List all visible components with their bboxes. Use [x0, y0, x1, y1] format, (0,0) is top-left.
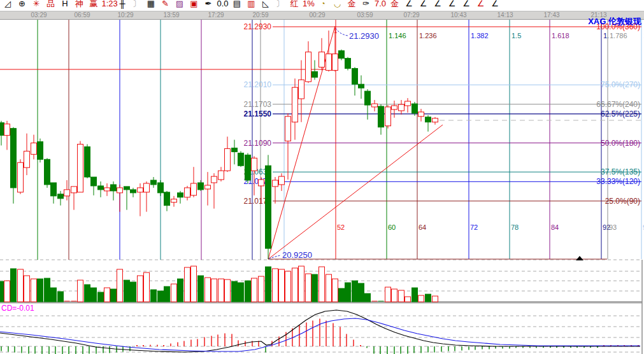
- chart-label: 1.5: [512, 32, 521, 39]
- candle-body: [339, 51, 345, 59]
- time-label: 10:29: [117, 11, 133, 18]
- candle-body: [385, 107, 391, 126]
- candle-body: [412, 104, 418, 113]
- toolbar-icon[interactable]: ◺: [259, 0, 272, 11]
- volume-bar: [85, 285, 90, 302]
- volume-bar: [38, 279, 43, 302]
- volume-bar: [419, 295, 424, 302]
- candle-body: [218, 171, 224, 180]
- toolbar-icon[interactable]: ◿: [1, 0, 14, 11]
- toolbar-icon[interactable]: 0.0: [217, 0, 229, 11]
- chart-label: 84: [551, 223, 559, 231]
- candle-body: [225, 148, 231, 171]
- toolbar-icon[interactable]: 7.0: [374, 0, 387, 11]
- toolbar-icon[interactable]: ▤: [231, 0, 243, 11]
- toolbar-icon[interactable]: ∠: [475, 0, 487, 11]
- candle-body: [392, 106, 397, 110]
- chart-label: 21.1090: [244, 139, 272, 148]
- triangle-marker: [576, 256, 583, 260]
- time-label: 17:29: [208, 11, 224, 18]
- toolbar-icon[interactable]: ∠: [431, 0, 444, 11]
- chart-label: 21.2010: [244, 80, 272, 89]
- trend-line: [268, 125, 443, 259]
- volume-bar: [333, 279, 338, 302]
- chart-label: 66.67%(240): [596, 100, 640, 109]
- candle-body: [171, 199, 177, 202]
- toolbar-icon[interactable]: ✑: [360, 0, 373, 11]
- candle-body: [292, 87, 298, 122]
- chart-label: 33.33%(120): [596, 177, 640, 186]
- candle-body: [4, 124, 10, 136]
- volume-bar: [392, 289, 397, 302]
- candle-body: [131, 190, 136, 193]
- volume-bar: [151, 290, 157, 302]
- toolbar-icon[interactable]: ∠: [446, 0, 459, 11]
- volume-bar: [18, 269, 24, 302]
- candle-body: [285, 117, 291, 141]
- toolbar-icon[interactable]: 红: [288, 0, 301, 11]
- toolbar-icon[interactable]: ◡: [331, 0, 344, 11]
- candle-body: [205, 185, 211, 189]
- candle-body: [111, 185, 117, 191]
- toolbar-icon[interactable]: ✎: [159, 0, 172, 11]
- volume-bar: [426, 294, 431, 302]
- volume-bar: [11, 269, 17, 302]
- candle-body: [238, 153, 244, 166]
- candle-body: [245, 155, 251, 180]
- candlestick-chart-canvas[interactable]: 52601.146641.236721.382781.5841.618921.9…: [0, 0, 644, 354]
- volume-bar: [345, 283, 351, 302]
- volume-bar: [111, 289, 117, 302]
- toolbar-icon[interactable]: 〕: [274, 0, 287, 11]
- candle-body: [38, 142, 43, 160]
- candle-body: [419, 112, 424, 117]
- candle-body: [326, 54, 332, 71]
- toolbar-icon[interactable]: ▦: [145, 0, 157, 11]
- toolbar-icon[interactable]: ✳: [30, 0, 43, 11]
- toolbar-icon[interactable]: 金: [389, 0, 401, 11]
- volume-bar: [0, 281, 4, 302]
- volume-bar: [91, 288, 97, 302]
- candle-body: [399, 104, 404, 111]
- toolbar-icon[interactable]: ⊕: [16, 0, 29, 11]
- volume-bar: [399, 290, 404, 302]
- chart-label: 25.0%(90): [605, 197, 640, 206]
- time-label: 17:43: [543, 11, 559, 18]
- toolbar-icon[interactable]: 金: [345, 0, 358, 11]
- toolbar-icon[interactable]: ◔: [317, 0, 329, 11]
- volume-bar: [299, 266, 304, 302]
- toolbar-icon[interactable]: ∠: [417, 0, 430, 11]
- toolbar-icon[interactable]: 品: [45, 0, 57, 11]
- chart-label: 1.786: [610, 32, 627, 39]
- volume-bar: [405, 297, 411, 302]
- toolbar-icon[interactable]: ∠: [403, 0, 415, 11]
- toolbar-icon[interactable]: ∠: [460, 0, 473, 11]
- time-label: 10:43: [450, 11, 466, 18]
- candle-body: [273, 180, 278, 187]
- toolbar-icon[interactable]: ✒: [202, 0, 215, 11]
- toolbar-icon[interactable]: ▨: [173, 0, 186, 11]
- volume-bar: [158, 291, 164, 302]
- time-label: 06:59: [74, 11, 90, 18]
- candle-body: [117, 188, 123, 193]
- candle-body: [312, 71, 318, 77]
- candle-body: [211, 176, 217, 183]
- callout-pointer: [269, 255, 280, 258]
- time-label: 13:59: [163, 11, 179, 18]
- toolbar-icon[interactable]: 赢: [87, 0, 100, 11]
- toolbar-icon[interactable]: 1%: [303, 0, 315, 11]
- toolbar-icon[interactable]: 1:23: [102, 0, 115, 11]
- toolbar-icon[interactable]: 〕: [131, 0, 143, 11]
- time-axis[interactable]: 03:2906:5910:2913:5917:2920:5900:2903:59…: [0, 11, 644, 20]
- toolbar-icon[interactable]: 神: [73, 0, 86, 11]
- time-label: 07:29: [403, 11, 419, 18]
- toolbar-icon[interactable]: ▥: [245, 0, 258, 11]
- volume-bar: [58, 292, 64, 302]
- candle-body: [433, 118, 438, 122]
- volume-bar: [24, 276, 30, 302]
- toolbar-icon[interactable]: H: [59, 0, 71, 11]
- toolbar-icon[interactable]: ∠: [489, 0, 501, 11]
- chart-label: 21.1703: [244, 100, 272, 109]
- volume-bar: [285, 271, 291, 302]
- toolbar-icon[interactable]: ╫: [116, 0, 129, 11]
- toolbar-icon[interactable]: ▣: [188, 0, 201, 11]
